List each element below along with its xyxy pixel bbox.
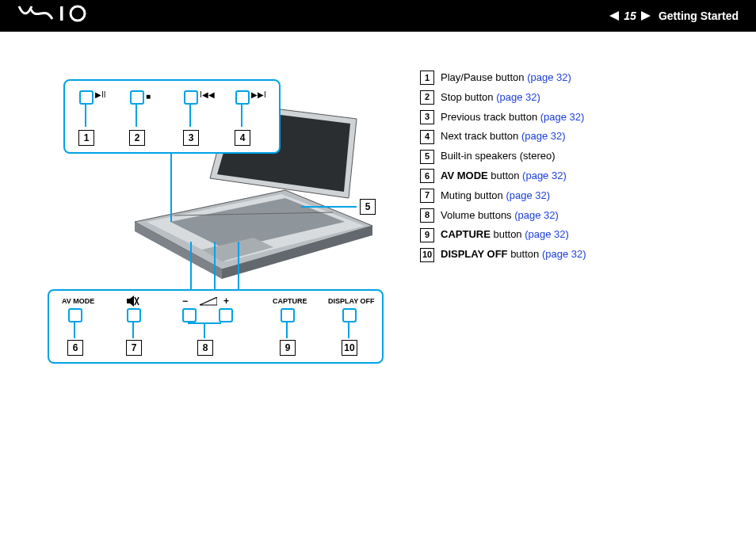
legend-item: 1 Play/Pause button (page 32) bbox=[420, 70, 724, 86]
prev-page-arrow-icon[interactable] bbox=[609, 11, 619, 21]
volume-icon bbox=[200, 297, 217, 307]
legend-item: 7 Muting button (page 32) bbox=[420, 188, 724, 204]
svg-point-1 bbox=[71, 6, 85, 21]
section-title: Getting Started bbox=[659, 10, 739, 22]
callout-num-3: 3 bbox=[183, 130, 199, 146]
svg-rect-0 bbox=[60, 6, 63, 21]
legend-num: 1 bbox=[420, 71, 434, 85]
next-track-icon: ▶▶I bbox=[251, 90, 266, 99]
page-number: 15 bbox=[624, 10, 636, 22]
callout-num-4: 4 bbox=[235, 130, 250, 146]
page-nav: 15 bbox=[609, 10, 651, 22]
product-diagram: ▶II ■ I◀◀ ▶▶I 1 2 3 4 5 bbox=[32, 63, 380, 380]
page-link[interactable]: (page 32) bbox=[527, 71, 571, 83]
legend-item: 5 Built-in speakers (stereo) bbox=[420, 148, 724, 165]
page-link[interactable]: (page 32) bbox=[540, 111, 585, 123]
play-pause-icon: ▶II bbox=[95, 90, 106, 99]
header-bar: 15 Getting Started bbox=[0, 0, 756, 32]
callout-num-2: 2 bbox=[129, 130, 145, 146]
page-link[interactable]: (page 32) bbox=[521, 130, 566, 142]
vol-plus-label: + bbox=[223, 296, 229, 307]
legend-item: 8 Volume buttons (page 32) bbox=[420, 208, 724, 224]
page-content: ▶II ■ I◀◀ ▶▶I 1 2 3 4 5 bbox=[0, 32, 756, 380]
bottom-callout: AV MODE − + CAPTURE DISPLAY OFF bbox=[48, 289, 384, 364]
page-link[interactable]: (page 32) bbox=[525, 228, 569, 240]
prev-track-icon: I◀◀ bbox=[200, 90, 215, 99]
legend-item: 4 Next track button (page 32) bbox=[420, 128, 724, 145]
legend-item: 6 AV MODE button (page 32) bbox=[420, 168, 724, 185]
svg-marker-3 bbox=[641, 11, 651, 21]
next-page-arrow-icon[interactable] bbox=[641, 11, 651, 21]
callout-num-8: 8 bbox=[197, 340, 213, 356]
page-link[interactable]: (page 32) bbox=[542, 248, 586, 260]
svg-marker-2 bbox=[609, 11, 619, 21]
vaio-logo bbox=[17, 5, 97, 27]
manual-page: { "header": { "logo_text": "VAIO", "page… bbox=[0, 0, 756, 534]
callout-num-1: 1 bbox=[78, 130, 94, 146]
callout-num-10: 10 bbox=[342, 340, 357, 356]
callout-num-5: 5 bbox=[360, 199, 376, 215]
svg-marker-13 bbox=[127, 296, 134, 307]
top-callout: ▶II ■ I◀◀ ▶▶I 1 2 3 4 bbox=[63, 79, 281, 154]
vol-minus-label: − bbox=[182, 296, 188, 307]
header-right: 15 Getting Started bbox=[609, 10, 739, 22]
av-mode-label: AV MODE bbox=[62, 297, 94, 305]
page-link[interactable]: (page 32) bbox=[496, 91, 540, 103]
page-link[interactable]: (page 32) bbox=[514, 209, 559, 221]
leader-5 bbox=[301, 206, 357, 208]
legend-item: 3 Previous track button (page 32) bbox=[420, 109, 724, 126]
capture-label: CAPTURE bbox=[273, 297, 307, 305]
page-link[interactable]: (page 32) bbox=[506, 189, 550, 201]
svg-marker-16 bbox=[200, 297, 217, 305]
legend-item: 9 CAPTURE button (page 32) bbox=[420, 227, 724, 243]
callout-num-9: 9 bbox=[280, 340, 296, 356]
legend-item: 2 Stop button (page 32) bbox=[420, 90, 724, 106]
callout-num-7: 7 bbox=[126, 340, 142, 356]
legend-list: 1 Play/Pause button (page 32) 2 Stop but… bbox=[420, 63, 724, 380]
display-off-label: DISPLAY OFF bbox=[328, 297, 375, 305]
legend-item: 10 DISPLAY OFF button (page 32) bbox=[420, 246, 724, 263]
page-link[interactable]: (page 32) bbox=[522, 170, 567, 181]
callout-num-6: 6 bbox=[67, 340, 83, 356]
mute-icon bbox=[127, 296, 139, 307]
stop-icon: ■ bbox=[146, 92, 151, 101]
